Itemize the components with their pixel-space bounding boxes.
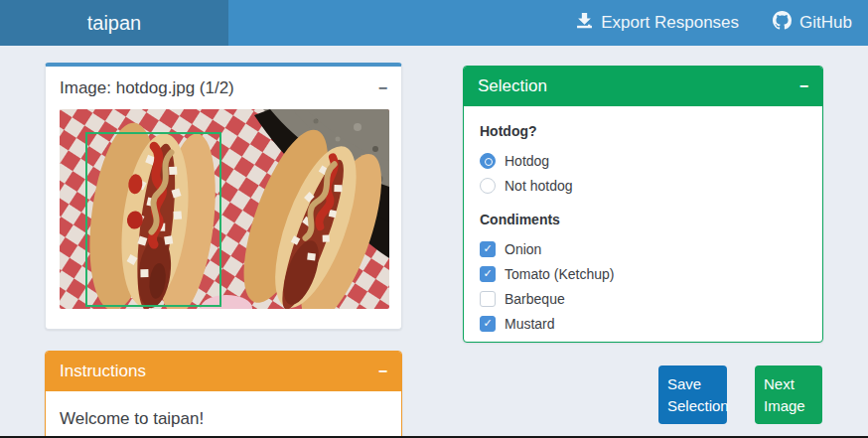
download-icon <box>576 12 593 34</box>
checkbox-option-tomato[interactable]: Tomato (Ketchup) <box>480 261 806 286</box>
question-label-condiments: Condiments <box>480 212 806 227</box>
navbar: taipan Export Responses GitHub <box>0 0 868 46</box>
selection-panel-title: Selection <box>478 76 547 96</box>
hotdog-photo[interactable] <box>60 109 389 309</box>
instructions-panel: Instructions − Welcome to taipan! <box>45 351 402 438</box>
checkbox-label: Tomato (Ketchup) <box>505 266 615 282</box>
github-icon <box>773 11 792 35</box>
collapse-icon[interactable]: − <box>378 80 387 96</box>
collapse-icon[interactable]: − <box>378 364 387 379</box>
selection-panel-header: Selection − <box>464 67 822 106</box>
image-panel: Image: hotdog.jpg (1/2) − <box>45 63 402 330</box>
github-link[interactable]: GitHub <box>773 11 852 35</box>
checkbox-label: Onion <box>505 241 541 257</box>
radio-option-not-hotdog[interactable]: Not hotdog <box>480 173 806 198</box>
checkbox-icon[interactable] <box>480 316 496 332</box>
question-label-hotdog: Hotdog? <box>480 123 806 139</box>
navbar-links: Export Responses GitHub <box>576 11 868 35</box>
next-image-button[interactable]: Next Image <box>755 365 822 424</box>
checkbox-option-onion[interactable]: Onion <box>480 236 806 261</box>
checkbox-icon[interactable] <box>480 291 496 307</box>
instructions-panel-title: Instructions <box>60 362 146 381</box>
save-selection-button[interactable]: Save Selection <box>658 365 727 424</box>
export-responses-label: Export Responses <box>601 13 739 33</box>
brand-area[interactable]: taipan <box>0 0 228 46</box>
radio-label: Hotdog <box>505 153 549 169</box>
collapse-icon[interactable]: − <box>799 78 808 94</box>
github-label: GitHub <box>799 13 852 33</box>
photo-container <box>46 109 401 309</box>
selection-panel: Selection − Hotdog? Hotdog Not hotdog Co… <box>463 66 823 343</box>
app-brand: taipan <box>87 12 142 35</box>
radio-label: Not hotdog <box>505 178 573 194</box>
image-panel-title: Image: hotdog.jpg (1/2) <box>60 78 234 98</box>
image-panel-header: Image: hotdog.jpg (1/2) − <box>46 67 401 109</box>
checkbox-option-mustard[interactable]: Mustard <box>480 311 806 336</box>
checkbox-label: Barbeque <box>505 291 565 307</box>
selection-body: Hotdog? Hotdog Not hotdog Condiments Oni… <box>464 106 822 349</box>
instructions-text: Welcome to taipan! <box>46 391 401 438</box>
radio-icon[interactable] <box>480 178 496 194</box>
checkbox-label: Mustard <box>505 316 555 332</box>
radio-option-hotdog[interactable]: Hotdog <box>480 148 806 173</box>
checkbox-icon[interactable] <box>480 266 496 282</box>
checkbox-option-barbeque[interactable]: Barbeque <box>480 286 806 311</box>
instructions-panel-header: Instructions − <box>46 352 401 391</box>
export-responses-link[interactable]: Export Responses <box>576 12 739 34</box>
checkbox-icon[interactable] <box>480 241 496 257</box>
radio-icon[interactable] <box>480 153 496 169</box>
